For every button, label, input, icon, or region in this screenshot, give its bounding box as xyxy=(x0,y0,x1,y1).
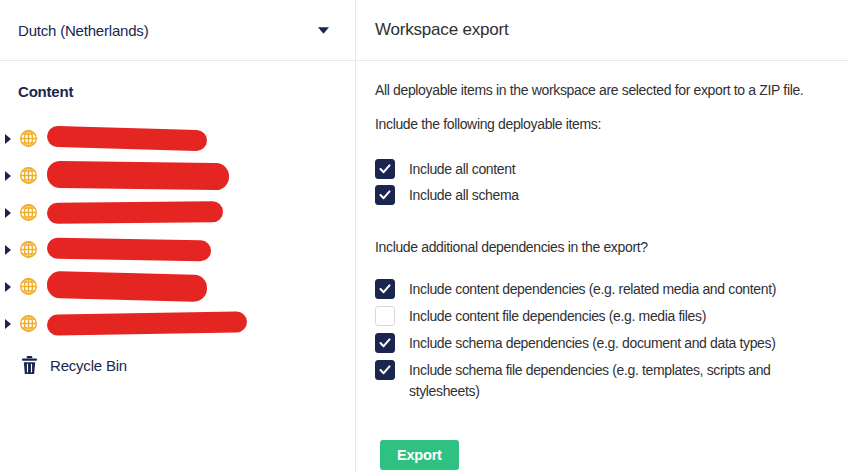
tree-item[interactable] xyxy=(0,305,355,342)
tree-item[interactable] xyxy=(0,120,355,157)
workspace-export-screen: Dutch (Netherlands) Content xyxy=(0,0,849,473)
main-header: Workspace export xyxy=(356,0,849,61)
checkbox-content-dependencies[interactable] xyxy=(375,279,395,299)
dependency-options-group: Include content dependencies (e.g. relat… xyxy=(375,278,845,402)
checkbox-row-content-file-dependencies[interactable]: Include content file dependencies (e.g. … xyxy=(375,305,845,327)
tree-item[interactable] xyxy=(0,194,355,231)
checkbox-label: Include content dependencies (e.g. relat… xyxy=(409,278,776,300)
globe-icon xyxy=(19,314,38,333)
tree-item[interactable] xyxy=(0,268,355,305)
sidebar: Dutch (Netherlands) Content xyxy=(0,0,356,473)
dependencies-prompt: Include additional dependencies in the e… xyxy=(375,235,845,259)
sidebar-item-recycle-bin[interactable]: Recycle Bin xyxy=(0,356,355,374)
checkbox-label: Include content file dependencies (e.g. … xyxy=(409,305,706,327)
deployable-options-group: Include all content Include all schema xyxy=(375,158,845,206)
page-title: Workspace export xyxy=(375,20,509,40)
tree-item[interactable] xyxy=(0,157,355,194)
checkmark-icon xyxy=(379,284,391,294)
checkbox-schema-dependencies[interactable] xyxy=(375,333,395,353)
caret-right-icon[interactable] xyxy=(5,319,11,329)
checkbox-include-all-content[interactable] xyxy=(375,159,395,179)
checkbox-label: Include schema dependencies (e.g. docume… xyxy=(409,332,776,354)
checkbox-label: Include schema file dependencies (e.g. t… xyxy=(409,359,839,402)
checkbox-row-include-all-content[interactable]: Include all content xyxy=(375,158,845,180)
language-selector-value: Dutch (Netherlands) xyxy=(18,22,148,39)
globe-icon xyxy=(19,166,38,185)
checkmark-icon xyxy=(379,190,391,200)
caret-right-icon[interactable] xyxy=(5,171,11,181)
checkbox-schema-file-dependencies[interactable] xyxy=(375,360,395,380)
redacted-node-label[interactable] xyxy=(47,161,229,191)
checkbox-label: Include all content xyxy=(409,158,515,180)
globe-icon xyxy=(19,240,38,259)
checkmark-icon xyxy=(379,164,391,174)
intro-text: All deployable items in the workspace ar… xyxy=(375,78,845,102)
caret-right-icon[interactable] xyxy=(5,208,11,218)
trash-icon xyxy=(22,356,37,374)
tree-item[interactable] xyxy=(0,231,355,268)
checkbox-row-include-all-schema[interactable]: Include all schema xyxy=(375,184,845,206)
main-panel: Workspace export All deployable items in… xyxy=(356,0,849,473)
chevron-down-icon[interactable] xyxy=(318,27,329,34)
checkmark-icon xyxy=(379,338,391,348)
caret-right-icon[interactable] xyxy=(5,282,11,292)
caret-right-icon[interactable] xyxy=(5,134,11,144)
content-tree: Content xyxy=(0,61,355,473)
globe-icon xyxy=(19,277,38,296)
checkbox-include-all-schema[interactable] xyxy=(375,185,395,205)
checkbox-content-file-dependencies[interactable] xyxy=(375,306,395,326)
globe-icon xyxy=(19,129,38,148)
redacted-node-label[interactable] xyxy=(47,311,247,335)
checkbox-label: Include all schema xyxy=(409,184,519,206)
export-button[interactable]: Export xyxy=(380,440,459,470)
checkbox-row-schema-file-dependencies[interactable]: Include schema file dependencies (e.g. t… xyxy=(375,359,845,402)
checkbox-row-content-dependencies[interactable]: Include content dependencies (e.g. relat… xyxy=(375,278,845,300)
checkbox-row-schema-dependencies[interactable]: Include schema dependencies (e.g. docume… xyxy=(375,332,845,354)
redacted-node-label[interactable] xyxy=(47,271,208,302)
redacted-node-label[interactable] xyxy=(47,126,208,151)
caret-right-icon[interactable] xyxy=(5,245,11,255)
redacted-node-label[interactable] xyxy=(47,201,223,224)
export-form: All deployable items in the workspace ar… xyxy=(356,61,849,470)
language-selector[interactable]: Dutch (Netherlands) xyxy=(0,0,355,61)
globe-icon xyxy=(19,203,38,222)
checkmark-icon xyxy=(379,365,391,375)
redacted-node-label[interactable] xyxy=(47,238,211,262)
section-heading: Content xyxy=(18,83,355,100)
deployable-items-prompt: Include the following deployable items: xyxy=(375,112,845,136)
recycle-bin-label: Recycle Bin xyxy=(50,357,127,374)
